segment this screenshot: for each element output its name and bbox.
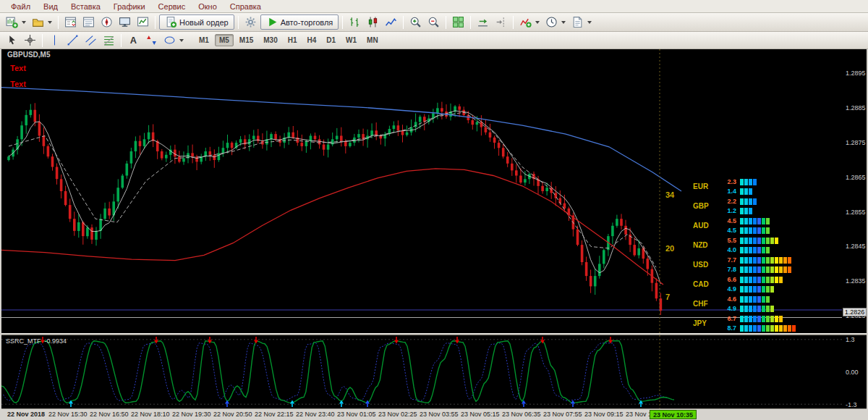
- tile-windows-button[interactable]: [450, 14, 467, 30]
- vline-icon: [48, 34, 61, 46]
- toolbar-separator: [58, 16, 59, 29]
- chevron-down-icon: [22, 21, 26, 24]
- data-window-button[interactable]: [80, 14, 97, 30]
- currency-code: USD: [693, 261, 719, 269]
- indicator-canvas[interactable]: [1, 335, 842, 408]
- menu-item-6[interactable]: Справка: [224, 1, 268, 12]
- arrows-tool-icon: [145, 34, 158, 46]
- new-order-icon: [165, 16, 177, 28]
- candles-chart-button[interactable]: [365, 14, 381, 30]
- strength-value: 4.0: [719, 246, 736, 253]
- timeframe-m15[interactable]: M15: [235, 34, 258, 46]
- time-axis-label: 23 Nov 07:55: [543, 411, 582, 418]
- periods-button[interactable]: [543, 14, 568, 30]
- metaeditor-button[interactable]: [242, 14, 259, 30]
- strength-value: 5.5: [719, 237, 736, 244]
- time-axis-label: 23 Nov 06:35: [502, 411, 541, 418]
- navigator-button[interactable]: [98, 14, 115, 30]
- menu-item-5[interactable]: Окно: [192, 1, 224, 12]
- strength-value: 1.2: [719, 207, 736, 214]
- strength-row-chf: CHF4.64.9: [693, 294, 846, 314]
- timeframe-m5[interactable]: M5: [215, 34, 234, 46]
- trendline-tool[interactable]: [64, 33, 81, 48]
- navigator-icon: [101, 16, 113, 28]
- vertical-line-tool[interactable]: [46, 33, 63, 48]
- currency-code: CAD: [693, 280, 719, 288]
- market-watch-button[interactable]: [62, 14, 79, 30]
- profiles-button[interactable]: [30, 14, 54, 30]
- strength-value: 7.7: [719, 256, 736, 264]
- timeframe-mn[interactable]: MN: [362, 34, 383, 46]
- shapes-icon: [163, 34, 176, 46]
- zoom-in-button[interactable]: [407, 14, 424, 30]
- new-chart-button[interactable]: [4, 14, 28, 30]
- chart-symbol-label: GBPUSD,M5: [7, 51, 50, 59]
- timeframe-d1[interactable]: D1: [322, 34, 340, 46]
- strength-value: 4.5: [719, 227, 736, 234]
- menu-item-0[interactable]: Файл: [4, 1, 37, 12]
- indicators-button[interactable]: [517, 14, 542, 30]
- cursor-tool[interactable]: [4, 33, 20, 48]
- tile-windows-icon: [452, 16, 464, 28]
- toolbar-separator: [446, 16, 446, 29]
- time-axis[interactable]: 22 Nov 201822 Nov 15:3022 Nov 16:5022 No…: [1, 408, 867, 420]
- bars-chart-button[interactable]: [346, 14, 363, 30]
- auto-scroll-button[interactable]: [475, 14, 491, 30]
- timeframe-w1[interactable]: W1: [341, 34, 361, 46]
- chart-shift-icon: [495, 16, 507, 28]
- text-tool[interactable]: A: [125, 33, 142, 48]
- menu-item-4[interactable]: Сервис: [152, 1, 192, 12]
- indicator-label: SSRC_MTF-0.9934: [6, 337, 70, 345]
- time-axis-label: 22 Nov 20:50: [213, 411, 252, 418]
- strength-value: 7.8: [719, 266, 736, 273]
- indicator-axis[interactable]: 1.30.00-1.3: [842, 335, 867, 408]
- new-order-button[interactable]: Новый ордер: [159, 14, 234, 30]
- line-chart-button[interactable]: [383, 14, 399, 30]
- chart-text-annotation[interactable]: Text: [10, 80, 26, 88]
- line-chart-icon: [385, 16, 397, 28]
- chart-window[interactable]: 34207 GBPUSD,M5 1.28951.28851.28751.2865…: [1, 49, 867, 408]
- fibonacci-tool[interactable]: [101, 33, 117, 48]
- zoom-in-icon: [409, 16, 422, 28]
- strength-bar: [740, 316, 783, 322]
- chart-text-annotation[interactable]: Text: [10, 64, 26, 72]
- autotrading-button[interactable]: Авто-торговля: [260, 14, 339, 30]
- indicator-name: SSRC_MTF: [6, 337, 41, 345]
- strength-bar: [740, 188, 753, 195]
- time-axis-label: 22 Nov 23:40: [296, 411, 335, 418]
- channel-tool[interactable]: [82, 33, 99, 48]
- templates-button[interactable]: [569, 14, 594, 30]
- channel-icon: [85, 34, 97, 46]
- strength-bar: [740, 286, 775, 293]
- strength-bar: [740, 208, 753, 214]
- metaeditor-icon: [244, 16, 257, 28]
- timeframe-m1[interactable]: M1: [195, 34, 213, 46]
- price-axis-label: 1.2855: [846, 209, 866, 216]
- chart-shift-button[interactable]: [493, 14, 509, 30]
- shapes-tool[interactable]: [161, 33, 186, 48]
- timeframe-m30[interactable]: M30: [259, 34, 281, 46]
- data-window-icon: [82, 16, 95, 28]
- mt4-window: ФайлВидВставкаГрафикиСервисОкноСправка Н…: [0, 0, 868, 420]
- strategy-tester-button[interactable]: [135, 14, 151, 30]
- timeframe-h1[interactable]: H1: [284, 34, 302, 46]
- toolbar-separator: [121, 34, 122, 47]
- chevron-down-icon: [535, 21, 540, 24]
- indicator-value: -0.9934: [45, 337, 67, 345]
- strength-value: 2.3: [719, 178, 736, 185]
- timeframe-h4[interactable]: H4: [303, 34, 321, 46]
- svg-text:34: 34: [665, 190, 675, 199]
- menu-item-2[interactable]: Вставка: [64, 1, 107, 12]
- crosshair-tool[interactable]: [22, 33, 38, 48]
- terminal-button[interactable]: [116, 14, 133, 30]
- strength-row-nzd: NZD5.54.0: [693, 235, 846, 255]
- strength-bar: [740, 238, 779, 244]
- currency-strength-meter: EUR2.31.4GBP2.21.2AUD4.54.5NZD5.54.0USD7…: [693, 177, 846, 333]
- menu-item-1[interactable]: Вид: [37, 1, 64, 12]
- market-watch-icon: [64, 16, 77, 28]
- toolbar-separator: [155, 16, 156, 29]
- strength-bar: [740, 218, 770, 224]
- menu-item-3[interactable]: Графики: [107, 1, 152, 12]
- zoom-out-button[interactable]: [425, 14, 442, 30]
- arrows-tool[interactable]: [143, 33, 160, 48]
